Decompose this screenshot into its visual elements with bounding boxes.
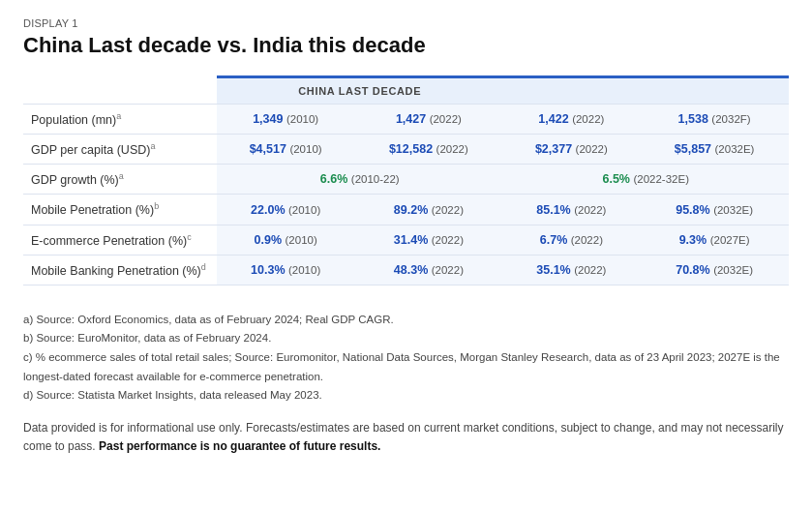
row-label-cell: E-commerce Penetration (%)c [23,225,217,255]
data-cell: 0.9% (2010) [217,225,354,255]
data-cell: $2,377 (2022) [502,135,640,165]
table-row: Population (mn)a1,349 (2010)1,427 (2022)… [23,105,789,135]
data-cell: 1,422 (2022) [502,105,640,135]
data-cell: 10.3% (2010) [217,255,354,285]
footnote: c) % ecommerce sales of total retail sal… [23,348,789,386]
disclaimer-bold: Past performance is no guarantee of futu… [99,439,380,453]
footnotes: a) Source: Oxford Economics, data as of … [23,311,789,406]
table-row: E-commerce Penetration (%)c0.9% (2010)31… [23,225,789,255]
footnote: d) Source: Statista Market Insights, dat… [23,386,789,406]
disclaimer-text: Data provided is for informational use o… [23,419,789,456]
table-row: Mobile Penetration (%)b22.0% (2010)89.2%… [23,195,789,225]
data-cell: $12,582 (2022) [354,135,502,165]
table-body: Population (mn)a1,349 (2010)1,427 (2022)… [23,105,789,286]
row-label-cell: GDP per capita (USD)a [23,135,217,165]
footnote: b) Source: EuroMonitor, data as of Febru… [23,329,789,348]
table-row: GDP growth (%)a6.6% (2010-22)6.5% (2022-… [23,165,789,195]
row-label-cell: GDP growth (%)a [23,165,217,195]
chart-title: China Last decade vs. India this decade [23,33,789,58]
display-label: DISPLAY 1 [23,17,789,29]
data-cell: 31.4% (2022) [354,225,502,255]
data-cell: 6.5% (2022-32E) [502,165,789,195]
data-cell: 6.7% (2022) [502,225,640,255]
data-cell: 9.3% (2027E) [640,225,789,255]
row-label-cell: Mobile Penetration (%)b [23,195,217,225]
data-cell: 85.1% (2022) [502,195,640,225]
data-cell: 22.0% (2010) [217,195,354,225]
data-cell: 6.6% (2010-22) [217,165,502,195]
data-cell: 89.2% (2022) [354,195,502,225]
data-cell: 48.3% (2022) [354,255,502,285]
china-column-header: CHINA LAST DECADE [217,77,502,105]
row-label-cell: Mobile Banking Penetration (%)d [23,255,217,285]
data-cell: $4,517 (2010) [217,135,354,165]
data-cell: 70.8% (2032E) [640,255,789,285]
data-cell: 35.1% (2022) [502,255,640,285]
data-cell: 1,538 (2032F) [640,105,789,135]
column-header-row: CHINA LAST DECADE [23,77,789,105]
data-cell: 1,349 (2010) [217,105,354,135]
table-row: GDP per capita (USD)a$4,517 (2010)$12,58… [23,135,789,165]
data-cell: 95.8% (2032E) [640,195,789,225]
comparison-table: CHINA LAST DECADE Population (mn)a1,349 … [23,75,789,286]
disclaimer: Data provided is for informational use o… [23,419,789,456]
data-cell: $5,857 (2032E) [640,135,789,165]
row-label-header [23,77,217,105]
table-row: Mobile Banking Penetration (%)d10.3% (20… [23,255,789,285]
india-column-header [502,77,789,105]
footnote: a) Source: Oxford Economics, data as of … [23,311,789,330]
row-label-cell: Population (mn)a [23,105,217,135]
data-cell: 1,427 (2022) [354,105,502,135]
